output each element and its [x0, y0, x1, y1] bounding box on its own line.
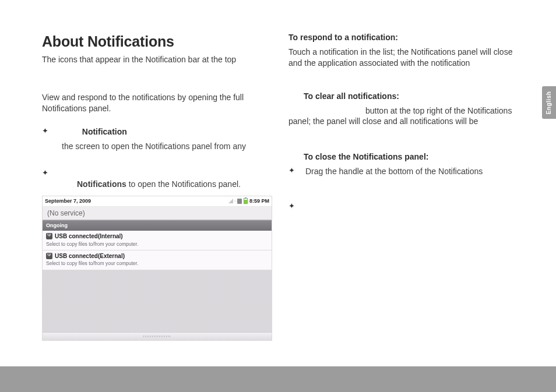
close-bullet-1: ✦ Drag the handle at the bottom of the N… — [288, 166, 519, 177]
status-time: 8:59 PM — [249, 197, 269, 204]
star-icon: ✦ — [288, 202, 295, 211]
usb-icon — [46, 253, 52, 259]
no-service-row: (No service) — [43, 207, 272, 220]
sd-icon — [237, 199, 242, 204]
notif-subtitle: Select to copy files to/from your comput… — [46, 241, 268, 248]
panel-body-area — [43, 270, 272, 332]
panel-handle[interactable] — [43, 332, 272, 340]
notifications-panel-screenshot: September 7, 2009 ◦ 8:59 PM (No service)… — [42, 196, 272, 341]
status-date: September 7, 2009 — [45, 197, 91, 204]
bullet-1-body: the screen to open the Notifications pan… — [42, 141, 272, 152]
language-tab-label: English — [546, 91, 553, 114]
signal-icon — [228, 199, 233, 203]
usb-icon — [46, 233, 52, 239]
status-bar: September 7, 2009 ◦ 8:59 PM — [43, 196, 272, 207]
notif-title: USB connected(Internal) — [55, 232, 123, 241]
notif-subtitle: Select to copy files to/from your comput… — [46, 260, 268, 267]
bullet-2-body: Notifications to open the Notifications … — [42, 179, 272, 190]
star-icon: ✦ — [288, 166, 295, 177]
status-icons: ◦ — [228, 197, 242, 204]
clear-block: To clear all notifications: button at th… — [288, 91, 519, 128]
bullet-1-heading: Notification — [57, 126, 272, 137]
bullet-row-2: ✦ — [42, 168, 272, 178]
respond-heading: To respond to a notification: — [288, 32, 519, 43]
star-icon: ✦ — [42, 168, 50, 178]
respond-body: Touch a notification in the list; the No… — [288, 47, 519, 69]
intro-text: The icons that appear in the Notificatio… — [42, 54, 272, 65]
handle-grip-icon — [143, 336, 171, 337]
page-title: About Notifications — [42, 32, 272, 52]
ongoing-header: Ongoing — [43, 220, 272, 231]
clear-heading: To clear all notifications: — [288, 91, 519, 102]
close-bullet-2: ✦ — [288, 202, 519, 211]
star-icon: ✦ — [42, 126, 50, 136]
view-respond-text: View and respond to the notifications by… — [42, 92, 272, 114]
footer-band — [0, 366, 556, 392]
close-heading: To close the Notifications panel: — [288, 151, 519, 163]
clear-body: button at the top right of the Notificat… — [288, 105, 519, 128]
respond-block: To respond to a notification: Touch a no… — [288, 32, 519, 69]
notif-title: USB connected(External) — [55, 252, 125, 260]
close-bullet-text: Drag the handle at the bottom of the Not… — [305, 166, 483, 177]
battery-icon — [244, 198, 248, 204]
bullet-row-1: ✦ Notification — [42, 126, 272, 137]
notification-item[interactable]: USB connected(External) Select to copy f… — [43, 250, 272, 270]
close-block: To close the Notifications panel: — [288, 151, 519, 163]
notification-item[interactable]: USB connected(Internal) Select to copy f… — [43, 231, 272, 250]
language-tab[interactable]: English — [542, 86, 556, 119]
